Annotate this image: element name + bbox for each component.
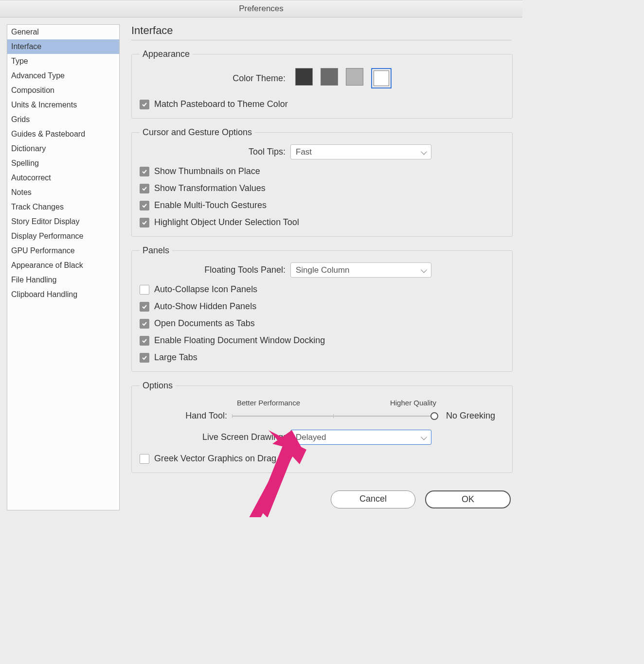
match-pasteboard-label: Match Pasteboard to Theme Color (154, 99, 288, 109)
sidebar-item-display-performance[interactable]: Display Performance (7, 229, 119, 244)
enable-multitouch-label: Enable Multi-Touch Gestures (154, 200, 267, 210)
highlight-object-checkbox[interactable] (140, 218, 149, 227)
cursor-gesture-group: Cursor and Gesture Options Tool Tips: Fa… (131, 127, 513, 237)
dialog-footer: Cancel OK (131, 482, 516, 510)
live-screen-drawing-label: Live Screen Drawing: (140, 432, 286, 442)
sidebar-item-appearance-of-black[interactable]: Appearance of Black (7, 258, 119, 273)
options-legend: Options (140, 381, 176, 391)
color-theme-label: Color Theme: (140, 73, 286, 84)
enable-multitouch-checkbox[interactable] (140, 201, 149, 210)
sidebar-item-type[interactable]: Type (7, 54, 119, 69)
sidebar-item-dictionary[interactable]: Dictionary (7, 141, 119, 156)
cancel-button[interactable]: Cancel (331, 490, 415, 508)
floating-tools-select[interactable]: Single Column (290, 262, 431, 278)
sidebar-item-grids[interactable]: Grids (7, 112, 119, 127)
tool-tips-label: Tool Tips: (140, 147, 286, 157)
show-thumbnails-label: Show Thumbnails on Place (154, 166, 260, 176)
show-transformation-checkbox[interactable] (140, 184, 149, 193)
cursor-gesture-legend: Cursor and Gesture Options (140, 127, 255, 138)
greek-vector-checkbox[interactable] (140, 454, 149, 464)
live-screen-drawing-select[interactable]: Delayed (290, 430, 431, 445)
sidebar-item-notes[interactable]: Notes (7, 185, 119, 200)
sidebar-item-advanced-type[interactable]: Advanced Type (7, 69, 119, 83)
sidebar-item-clipboard-handling[interactable]: Clipboard Handling (7, 287, 119, 302)
auto-show-hidden-checkbox[interactable] (140, 302, 149, 312)
sidebar-item-autocorrect[interactable]: Autocorrect (7, 171, 119, 185)
highlight-object-label: Highlight Object Under Selection Tool (154, 217, 299, 227)
hand-tool-label: Hand Tool: (140, 411, 227, 421)
sidebar-item-guides-pasteboard[interactable]: Guides & Pasteboard (7, 127, 119, 141)
panels-legend: Panels (140, 245, 172, 256)
open-as-tabs-checkbox[interactable] (140, 319, 149, 329)
auto-collapse-label: Auto-Collapse Icon Panels (154, 284, 257, 295)
preferences-window: Preferences General Interface Type Advan… (0, 0, 522, 517)
better-performance-label: Better Performance (237, 399, 324, 407)
options-group: Options Better Performance Higher Qualit… (131, 381, 513, 473)
enable-docking-checkbox[interactable] (140, 336, 149, 346)
swatch-medium-dark[interactable] (321, 68, 338, 86)
main-content: Interface Appearance Color Theme: (131, 24, 516, 510)
show-thumbnails-checkbox[interactable] (140, 167, 149, 176)
greek-vector-label: Greek Vector Graphics on Drag (154, 454, 276, 464)
floating-tools-label: Floating Tools Panel: (140, 265, 286, 275)
auto-show-hidden-label: Auto-Show Hidden Panels (154, 301, 256, 312)
auto-collapse-checkbox[interactable] (140, 285, 149, 295)
color-theme-swatches (295, 68, 392, 88)
appearance-group: Appearance Color Theme: Match P (131, 49, 513, 119)
appearance-legend: Appearance (140, 49, 193, 59)
match-pasteboard-checkbox[interactable] (140, 100, 149, 109)
category-sidebar: General Interface Type Advanced Type Com… (7, 24, 120, 510)
swatch-medium-light[interactable] (346, 68, 363, 86)
panels-group: Panels Floating Tools Panel: Single Colu… (131, 245, 513, 372)
sidebar-item-composition[interactable]: Composition (7, 83, 119, 98)
swatch-light[interactable] (371, 68, 392, 88)
hand-tool-slider[interactable] (232, 416, 434, 417)
sidebar-item-spelling[interactable]: Spelling (7, 156, 119, 171)
sidebar-item-gpu-performance[interactable]: GPU Performance (7, 244, 119, 258)
higher-quality-label: Higher Quality (390, 399, 436, 407)
swatch-dark[interactable] (295, 68, 313, 86)
large-tabs-label: Large Tabs (154, 352, 197, 363)
sidebar-item-file-handling[interactable]: File Handling (7, 273, 119, 287)
ok-button[interactable]: OK (425, 490, 511, 508)
large-tabs-checkbox[interactable] (140, 353, 149, 363)
open-as-tabs-label: Open Documents as Tabs (154, 318, 255, 329)
window-title: Preferences (0, 0, 522, 17)
show-transformation-label: Show Transformation Values (154, 183, 266, 193)
sidebar-item-units-increments[interactable]: Units & Increments (7, 98, 119, 112)
sidebar-item-track-changes[interactable]: Track Changes (7, 200, 119, 214)
no-greeking-label: No Greeking (446, 411, 504, 421)
tool-tips-select[interactable]: Fast (290, 144, 431, 159)
sidebar-item-story-editor-display[interactable]: Story Editor Display (7, 214, 119, 229)
enable-docking-label: Enable Floating Document Window Docking (154, 335, 325, 346)
page-title: Interface (131, 24, 512, 40)
sidebar-item-interface[interactable]: Interface (7, 39, 119, 54)
sidebar-item-general[interactable]: General (7, 25, 119, 39)
